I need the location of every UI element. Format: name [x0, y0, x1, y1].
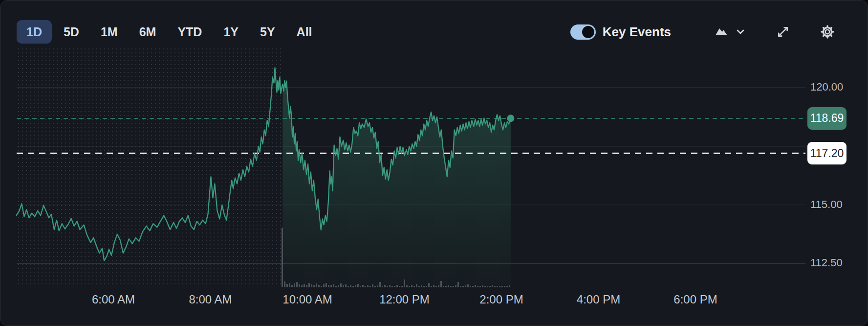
volume-bar: [367, 285, 369, 287]
volume-bar: [323, 284, 325, 287]
volume-bar: [470, 286, 471, 287]
price-chart[interactable]: [0, 0, 868, 326]
volume-bar: [306, 285, 307, 287]
tab-1m[interactable]: 1M: [91, 20, 128, 44]
current-price-value: 118.69: [810, 112, 844, 125]
volume-bar: [333, 284, 334, 287]
volume-bar: [394, 286, 395, 287]
volume-bar: [453, 286, 454, 287]
tab-all[interactable]: All: [287, 20, 322, 44]
volume-bar: [369, 286, 371, 287]
session-area-fill: [282, 81, 511, 287]
volume-bar: [457, 282, 459, 287]
x-tick-label: 6:00 AM: [92, 293, 135, 306]
key-events-label: Key Events: [603, 24, 671, 40]
volume-bar: [289, 283, 290, 287]
volume-bar: [401, 286, 403, 287]
volume-bar: [316, 283, 317, 287]
volume-bar: [308, 283, 310, 287]
volume-bar: [482, 285, 483, 287]
volume-bar: [362, 285, 364, 287]
volume-bar: [391, 286, 393, 287]
volume-bar: [494, 286, 496, 287]
volume-bar: [467, 284, 469, 287]
prev-close-badge: 117.20: [807, 142, 846, 164]
x-tick-label: 4:00 PM: [577, 293, 620, 306]
volume-bar: [435, 286, 437, 287]
chevron-down-icon: [737, 28, 744, 36]
volume-bar: [443, 286, 444, 287]
volume-bar: [360, 286, 361, 287]
volume-bar: [284, 281, 285, 287]
y-tick-label: 120.00: [810, 81, 843, 93]
volume-bar: [313, 285, 315, 287]
x-tick-label: 2:00 PM: [479, 293, 523, 306]
volume-bar: [347, 286, 349, 287]
volume-bar: [396, 285, 398, 287]
expand-icon[interactable]: [777, 25, 789, 38]
x-tick-label: 10:00 AM: [282, 293, 332, 306]
toggle-knob: [582, 26, 594, 38]
volume-bar: [413, 286, 415, 287]
volume-bar: [431, 286, 432, 287]
volume-bar: [299, 284, 300, 287]
tab-ytd[interactable]: YTD: [168, 20, 212, 44]
range-tabs: 1D5D1M6MYTD1Y5YAll: [17, 20, 322, 44]
volume-bar: [377, 285, 378, 287]
chart-controls: Key Events: [570, 20, 834, 44]
tab-1y[interactable]: 1Y: [214, 20, 248, 44]
tab-5d[interactable]: 5D: [54, 20, 89, 44]
volume-bar: [321, 286, 322, 287]
volume-bar: [462, 286, 464, 287]
x-tick-label: 8:00 AM: [189, 293, 232, 306]
volume-bar: [409, 286, 410, 287]
volume-bar: [492, 285, 493, 287]
volume-bar: [318, 285, 320, 287]
key-events-toggle[interactable]: [570, 24, 596, 40]
tab-6m[interactable]: 6M: [130, 20, 166, 44]
volume-bar: [304, 284, 305, 287]
volume-bar: [450, 286, 452, 287]
volume-bar: [484, 286, 486, 287]
volume-bar: [301, 285, 303, 287]
volume-bar: [489, 286, 491, 287]
volume-bar: [465, 285, 466, 287]
volume-bar: [404, 279, 405, 287]
volume-bar: [294, 283, 295, 287]
x-tick-label: 12:00 PM: [379, 293, 430, 306]
volume-bar: [328, 285, 329, 287]
volume-bar: [357, 284, 359, 287]
volume-bar: [384, 285, 386, 287]
tab-5y[interactable]: 5Y: [250, 20, 285, 44]
volume-bar: [509, 285, 510, 287]
volume-bar: [382, 286, 383, 287]
volume-bar: [479, 286, 481, 287]
volume-bar: [372, 284, 373, 287]
volume-bar: [291, 285, 293, 287]
volume-bar: [477, 286, 478, 287]
area-chart-icon: [715, 26, 728, 38]
volume-bar: [350, 285, 351, 287]
volume-bar: [330, 285, 332, 287]
volume-bar: [340, 283, 342, 287]
volume-bar: [499, 286, 500, 287]
tab-1d[interactable]: 1D: [17, 20, 52, 44]
stock-chart-widget: 1D5D1M6MYTD1Y5YAll Key Events: [0, 0, 868, 326]
volume-bar: [296, 282, 298, 287]
chart-type-button[interactable]: [715, 26, 744, 38]
volume-bar: [448, 285, 449, 287]
volume-bar: [418, 286, 420, 287]
x-tick-label: 6:00 PM: [673, 293, 717, 306]
volume-bar: [455, 285, 456, 287]
gear-icon[interactable]: [821, 25, 834, 39]
y-tick-label: 115.00: [810, 198, 843, 211]
volume-bar: [387, 286, 388, 287]
volume-bar: [286, 284, 288, 287]
volume-bar: [411, 285, 412, 287]
volume-bar: [428, 283, 430, 287]
volume-bar: [421, 285, 422, 287]
volume-bar: [379, 282, 381, 287]
volume-bar: [426, 286, 427, 287]
volume-bar: [389, 285, 391, 287]
volume-bar: [497, 286, 498, 287]
